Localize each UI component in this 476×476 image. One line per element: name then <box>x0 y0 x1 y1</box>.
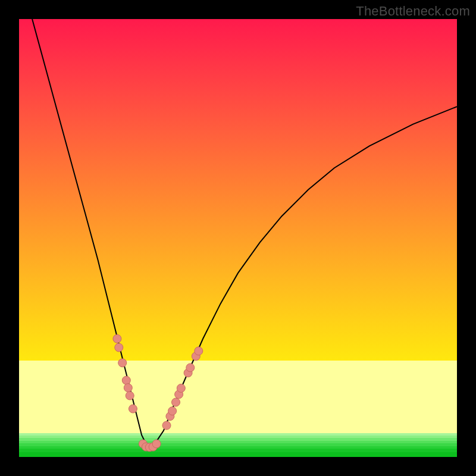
data-point <box>177 384 185 392</box>
bottleneck-curve <box>32 19 457 448</box>
watermark-text: TheBottleneck.com <box>356 4 470 19</box>
data-point <box>186 364 195 372</box>
data-points <box>113 334 203 452</box>
data-point <box>172 398 180 406</box>
data-point <box>118 359 127 367</box>
data-point <box>162 421 171 430</box>
chart-frame: TheBottleneck.com <box>0 0 476 476</box>
data-point <box>122 376 130 384</box>
data-point <box>129 405 137 413</box>
curve-layer <box>19 19 457 457</box>
data-point <box>113 334 121 343</box>
data-point <box>152 440 161 448</box>
data-point <box>195 347 203 355</box>
data-point <box>126 392 134 400</box>
plot-area <box>19 19 457 457</box>
data-point <box>115 343 123 352</box>
data-point <box>124 384 132 392</box>
data-point <box>168 407 177 415</box>
